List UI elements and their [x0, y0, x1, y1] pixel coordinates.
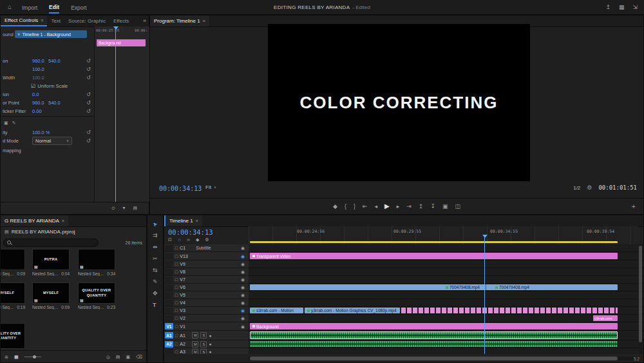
track-header[interactable]: C1 Subtitle	[164, 244, 249, 252]
settings-wrench-icon[interactable]	[587, 185, 592, 191]
list-view-icon[interactable]	[5, 355, 8, 359]
mic-icon[interactable]	[209, 342, 211, 346]
track-header[interactable]: V13	[164, 252, 249, 260]
lock-icon[interactable]	[175, 300, 178, 305]
source-patch-badge[interactable]	[165, 308, 173, 314]
lock-icon[interactable]	[175, 246, 178, 250]
solo-button[interactable]: S	[200, 341, 207, 348]
mic-icon[interactable]	[209, 333, 211, 338]
panel-menu-icon[interactable]	[41, 18, 43, 23]
timeline-clip-motion[interactable]: s3rrab.com - Motion	[250, 308, 303, 313]
home-icon[interactable]	[8, 4, 12, 10]
mark-out-button[interactable]	[354, 204, 355, 210]
param-scale-value[interactable]: 100.0	[32, 66, 44, 72]
mute-button[interactable]: M	[192, 341, 198, 348]
track-lane[interactable]	[249, 244, 643, 252]
timeline-clip-motion-graphics[interactable]: y3rrab.com - Motion Graphics CV_1080p.mp…	[305, 308, 400, 313]
lock-icon[interactable]	[175, 333, 178, 338]
eye-icon[interactable]	[241, 270, 245, 274]
step-forward-button[interactable]	[397, 204, 400, 210]
reset-param-icon[interactable]	[86, 92, 91, 97]
param-antiflicker-value[interactable]: 0.00	[32, 108, 42, 114]
tab-effects[interactable]: Effects	[109, 15, 133, 26]
project-item-thumbnail[interactable]: PUTRA	[32, 249, 70, 270]
eye-icon[interactable]	[241, 316, 245, 320]
lock-icon[interactable]	[175, 285, 178, 289]
eye-icon[interactable]	[241, 293, 245, 297]
reset-param-icon[interactable]	[86, 67, 91, 72]
timeline-settings-icon[interactable]	[205, 237, 209, 242]
film-icon[interactable]	[133, 206, 137, 210]
extract-button[interactable]	[430, 204, 435, 210]
source-patch-badge[interactable]	[165, 284, 173, 291]
track-lane[interactable]	[249, 331, 643, 340]
zoom-level-dropdown[interactable]: Fit	[205, 184, 216, 190]
menu-edit[interactable]: Edit	[49, 1, 59, 14]
reset-param-icon[interactable]	[86, 130, 91, 135]
timeline-horizontal-scrollbar[interactable]	[249, 357, 638, 360]
new-item-icon[interactable]	[126, 355, 130, 359]
track-lane[interactable]	[249, 299, 643, 307]
lock-icon[interactable]	[175, 270, 178, 274]
tab-text[interactable]: Text	[47, 15, 64, 26]
reset-param-icon[interactable]	[86, 139, 91, 144]
track-header[interactable]: V5	[164, 291, 249, 299]
project-item[interactable]: MYSELF Nested Sequence 22 0:09	[32, 282, 70, 309]
mute-button[interactable]: M	[192, 332, 198, 338]
eye-icon[interactable]	[241, 308, 245, 313]
panel-menu-icon[interactable]	[203, 19, 205, 23]
timeline-short-clips-group[interactable]	[401, 308, 618, 313]
maximize-icon[interactable]	[632, 5, 638, 10]
track-lane[interactable]: Transparent Video	[249, 252, 643, 260]
playhead[interactable]	[484, 235, 485, 354]
project-item-thumbnail[interactable]	[78, 249, 115, 270]
source-patch-badge[interactable]	[165, 300, 173, 306]
thumbnail-zoom-knob[interactable]	[33, 355, 36, 358]
eye-icon[interactable]	[241, 262, 245, 266]
blend-mode-dropdown[interactable]: Normal	[32, 137, 72, 145]
comparison-view-button[interactable]	[455, 204, 460, 210]
scrollbar-thumb[interactable]	[639, 246, 642, 342]
param-rotation-value[interactable]: 0.0	[32, 92, 39, 97]
pen-tool[interactable]	[153, 279, 158, 285]
step-back-button[interactable]	[375, 204, 378, 210]
hand-tool[interactable]	[153, 291, 158, 297]
track-lane[interactable]: 700479408.mp4 700479408.mp4	[249, 284, 643, 291]
param-anchor-value[interactable]: 960.0 540.0	[32, 100, 61, 106]
eye-icon[interactable]	[241, 324, 245, 329]
lift-button[interactable]	[419, 204, 424, 210]
eye-icon[interactable]	[241, 300, 245, 305]
reset-param-icon[interactable]	[86, 75, 91, 81]
tab-source-graphic[interactable]: Source: Graphic	[64, 15, 109, 26]
source-patch-badge[interactable]	[165, 315, 173, 322]
go-to-in-button[interactable]	[363, 204, 368, 210]
menu-export[interactable]: Export	[71, 5, 87, 11]
project-item[interactable]: PUTRA Nested Sequence 19 0:04	[32, 249, 70, 276]
fx-badge-icon[interactable]	[4, 121, 8, 125]
track-header[interactable]: V8	[164, 268, 249, 276]
track-header[interactable]: V2	[164, 315, 249, 322]
param-position-value[interactable]: 960.0 540.0	[32, 58, 61, 64]
track-lane[interactable]	[249, 348, 643, 354]
tab-overflow-icon[interactable]	[143, 18, 146, 24]
mini-playhead[interactable]	[115, 26, 116, 202]
add-marker-button[interactable]	[333, 204, 337, 210]
add-marker-icon[interactable]	[196, 237, 199, 242]
project-file-name[interactable]: REELS BY ARIANDA.prproj	[12, 229, 75, 235]
track-lane[interactable]: s3rrab.com - Motion y3rrab.com - Motion …	[249, 307, 643, 315]
uniform-scale-checkbox[interactable]	[31, 84, 35, 89]
source-patch-badge[interactable]	[165, 269, 173, 275]
selection-tool[interactable]	[151, 221, 159, 228]
icon-view-icon[interactable]	[14, 355, 19, 359]
panel-menu-icon[interactable]	[62, 219, 64, 223]
linked-selection-icon[interactable]	[187, 237, 190, 242]
source-patch-badge[interactable]	[165, 349, 173, 355]
track-header[interactable]: A1 A1 M S	[164, 331, 249, 340]
mark-in-button[interactable]	[345, 204, 346, 210]
project-item[interactable]: Nested Sequence 18 0:09	[1, 249, 25, 276]
effect-controls-mini-timeline[interactable]: 00:00:25:55 00:00: Background	[94, 26, 149, 202]
reset-param-icon[interactable]	[86, 109, 91, 114]
source-patch-badge-a2[interactable]: A2	[165, 341, 173, 348]
quick-export-icon[interactable]	[605, 5, 611, 10]
source-patch-badge[interactable]	[165, 292, 173, 299]
